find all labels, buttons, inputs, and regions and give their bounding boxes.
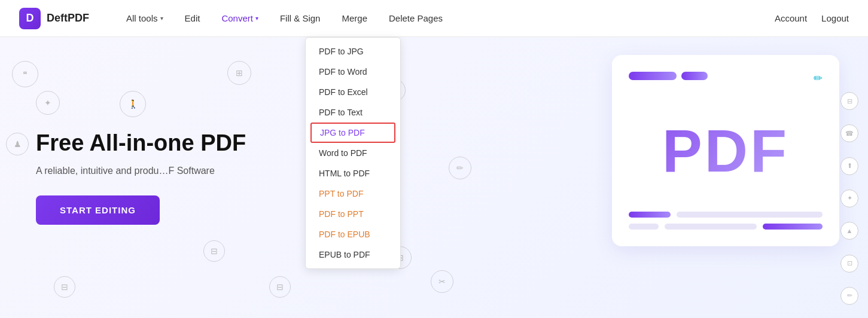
hero-subtitle: A reliable, intuitive and produ…F Softwa… (36, 166, 246, 176)
deco-circle-7: ⊟ (269, 276, 291, 298)
sidebar-circle-7[interactable]: ✏ (840, 287, 858, 305)
pdf-bottom-bar-accent-2 (763, 224, 823, 230)
dropdown-item-pdf-to-jpg[interactable]: PDF to JPG (306, 41, 400, 62)
sidebar-circle-2[interactable]: ☎ (840, 124, 858, 142)
logo-icon: D (19, 8, 41, 29)
pdf-large-text: PDF (662, 117, 789, 185)
hero-section: ❝ 🚶 ⊞ ✦ ♟ ⊟ ⊟ ⊟ ⊟ ✂ ⊡ ✏ Free All-in-one … (0, 37, 868, 318)
nav-item-edit[interactable]: Edit (176, 8, 209, 28)
chevron-down-icon: ▾ (255, 15, 258, 22)
deco-circle-5: ♟ (6, 133, 29, 155)
sidebar-circle-5[interactable]: ▲ (840, 222, 858, 240)
dropdown-item-pdf-to-ppt[interactable]: PDF to PPT (306, 204, 400, 224)
nav-item-merge[interactable]: Merge (333, 8, 376, 28)
logo-area[interactable]: D DeftPDF (19, 8, 89, 29)
chevron-down-icon: ▾ (160, 15, 163, 22)
pdf-bar-short (681, 72, 708, 80)
pdf-card-top-bars (629, 72, 708, 80)
pdf-bar-wide (629, 72, 677, 80)
sidebar-circle-4[interactable]: ✦ (840, 189, 858, 207)
deco-circle-3: ⊞ (227, 61, 251, 85)
nav-item-fill-sign[interactable]: Fill & Sign (272, 8, 329, 28)
pdf-bottom-row-2 (629, 224, 823, 230)
nav-item-delete-pages[interactable]: Delete Pages (380, 8, 451, 28)
dropdown-item-pdf-to-excel[interactable]: PDF to Excel (306, 82, 400, 102)
dropdown-item-pdf-to-epub[interactable]: PDF to EPUB (306, 224, 400, 244)
pdf-card-bottom-bars (629, 212, 823, 230)
deco-circle-10: ✂ (431, 270, 453, 293)
sidebar-circle-1[interactable]: ⊟ (840, 92, 858, 110)
pdf-bottom-bar-light-2 (629, 224, 659, 230)
logo-text: DeftPDF (47, 12, 89, 25)
right-sidebar: ⊟ ☎ ⬆ ✦ ▲ ⊡ ✏ (840, 85, 858, 312)
dropdown-item-html-to-pdf[interactable]: HTML to PDF (306, 163, 400, 184)
navbar: D DeftPDF All tools ▾ Edit Convert ▾ Fil… (0, 0, 868, 37)
dropdown-item-word-to-pdf[interactable]: Word to PDF (306, 143, 400, 163)
pdf-bottom-bar-light-3 (665, 224, 757, 230)
sidebar-circle-3[interactable]: ⬆ (840, 157, 858, 175)
pdf-bottom-bar-light-1 (677, 212, 823, 218)
hero-title: Free All-in-one PDF (36, 130, 246, 157)
edit-pencil-icon: ✏ (814, 72, 823, 85)
start-editing-button[interactable]: START EDITING (36, 195, 160, 225)
nav-items: All tools ▾ Edit Convert ▾ Fill & Sign M… (118, 8, 775, 28)
dropdown-item-jpg-to-pdf[interactable]: JPG to PDF (310, 123, 395, 143)
pdf-bottom-row-1 (629, 212, 823, 218)
dropdown-item-pdf-to-text[interactable]: PDF to Text (306, 102, 400, 123)
convert-dropdown: PDF to JPG PDF to Word PDF to Excel PDF … (305, 37, 401, 269)
nav-right: Account Logout (775, 13, 849, 23)
deco-circle-4: ✦ (36, 91, 60, 115)
hero-left: Free All-in-one PDF A reliable, intuitiv… (36, 130, 246, 225)
logout-link[interactable]: Logout (821, 13, 849, 23)
deco-circle-1: ❝ (12, 61, 38, 87)
dropdown-item-pdf-to-word[interactable]: PDF to Word (306, 62, 400, 82)
nav-item-all-tools[interactable]: All tools ▾ (118, 8, 172, 28)
nav-item-convert[interactable]: Convert ▾ (213, 8, 267, 28)
dropdown-item-ppt-to-pdf[interactable]: PPT to PDF (306, 184, 400, 204)
sidebar-circle-6[interactable]: ⊡ (840, 255, 858, 273)
deco-circle-2: 🚶 (120, 91, 146, 117)
pdf-preview-card: ✏ PDF (612, 55, 839, 246)
deco-circle-6: ⊟ (203, 240, 225, 262)
deco-circle-8: ⊟ (54, 276, 75, 298)
deco-circle-12: ✏ (449, 157, 471, 179)
dropdown-item-epub-to-pdf[interactable]: EPUB to PDF (306, 244, 400, 265)
account-link[interactable]: Account (775, 13, 807, 23)
pdf-bottom-bar-accent-1 (629, 212, 671, 218)
